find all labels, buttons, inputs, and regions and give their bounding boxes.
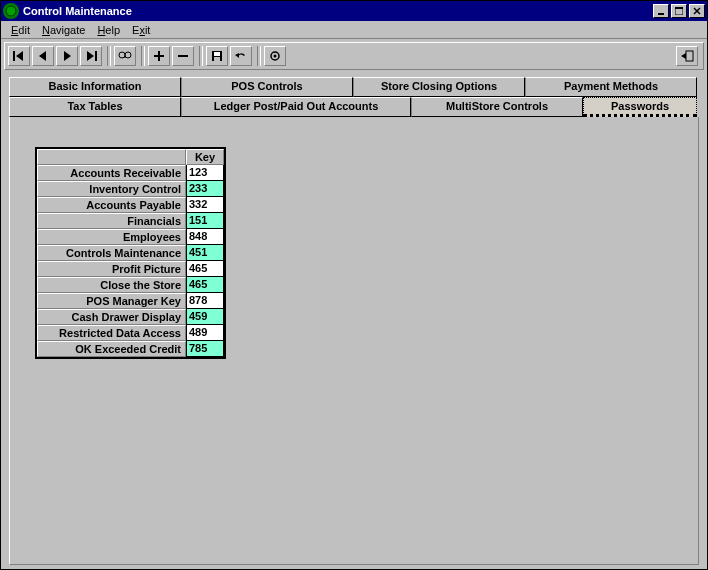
svg-rect-11 xyxy=(95,51,97,61)
nav-last-button[interactable] xyxy=(80,46,102,66)
tab-passwords[interactable]: Passwords xyxy=(583,97,697,117)
tab-ledger-post-accounts[interactable]: Ledger Post/Paid Out Accounts xyxy=(181,97,411,117)
table-row-key[interactable]: 151 xyxy=(186,213,224,229)
svg-marker-7 xyxy=(16,51,23,61)
title-bar: Control Maintenance xyxy=(1,1,707,21)
exit-button[interactable] xyxy=(676,46,698,66)
close-button[interactable] xyxy=(689,4,705,18)
svg-point-0 xyxy=(6,6,16,16)
add-button[interactable] xyxy=(148,46,170,66)
app-icon xyxy=(3,3,19,19)
tab-store-closing-options[interactable]: Store Closing Options xyxy=(353,77,525,97)
table-row: Employees848 xyxy=(37,229,224,245)
svg-marker-8 xyxy=(39,51,46,61)
table-row-key[interactable]: 332 xyxy=(186,197,224,213)
table-row-key[interactable]: 451 xyxy=(186,245,224,261)
toolbar xyxy=(4,42,704,70)
svg-rect-17 xyxy=(178,55,188,57)
table-row-label: POS Manager Key xyxy=(37,293,186,309)
svg-rect-3 xyxy=(675,7,683,9)
menu-bar: Edit Navigate Help Exit xyxy=(1,21,707,39)
maximize-button[interactable] xyxy=(671,4,687,18)
tab-row-2: Tax Tables Ledger Post/Paid Out Accounts… xyxy=(9,97,699,117)
table-row: Close the Store465 xyxy=(37,277,224,293)
table-row-label: Close the Store xyxy=(37,277,186,293)
refresh-button[interactable] xyxy=(264,46,286,66)
window-title: Control Maintenance xyxy=(23,5,651,17)
table-row: Restricted Data Access489 xyxy=(37,325,224,341)
table-row: Accounts Payable332 xyxy=(37,197,224,213)
svg-rect-19 xyxy=(214,52,220,56)
svg-rect-20 xyxy=(214,57,220,61)
tab-row-1: Basic Information POS Controls Store Clo… xyxy=(9,77,699,97)
svg-rect-16 xyxy=(154,55,164,57)
tab-body: Key Accounts Receivable123Inventory Cont… xyxy=(9,117,699,565)
table-row-label: OK Exceeded Credit xyxy=(37,341,186,357)
table-header-row: Key xyxy=(37,149,224,165)
toolbar-container xyxy=(1,39,707,73)
table-row-key[interactable]: 465 xyxy=(186,277,224,293)
search-button[interactable] xyxy=(114,46,136,66)
table-row: Financials151 xyxy=(37,213,224,229)
table-row-key[interactable]: 459 xyxy=(186,309,224,325)
save-button[interactable] xyxy=(206,46,228,66)
window-buttons xyxy=(651,4,705,18)
nav-prev-button[interactable] xyxy=(32,46,54,66)
table-row: Inventory Control233 xyxy=(37,181,224,197)
content-area: Basic Information POS Controls Store Clo… xyxy=(1,73,707,569)
remove-button[interactable] xyxy=(172,46,194,66)
tab-control: Basic Information POS Controls Store Clo… xyxy=(9,77,699,565)
toolbar-separator xyxy=(141,46,145,66)
table-row-label: Financials xyxy=(37,213,186,229)
tab-tax-tables[interactable]: Tax Tables xyxy=(9,97,181,117)
table-row-key[interactable]: 878 xyxy=(186,293,224,309)
table-row: Cash Drawer Display459 xyxy=(37,309,224,325)
table-row-key[interactable]: 123 xyxy=(186,165,224,181)
svg-marker-25 xyxy=(681,53,686,59)
table-row-key[interactable]: 233 xyxy=(186,181,224,197)
table-row-label: Restricted Data Access xyxy=(37,325,186,341)
tab-payment-methods[interactable]: Payment Methods xyxy=(525,77,697,97)
svg-rect-6 xyxy=(13,51,15,61)
tab-multistore-controls[interactable]: MultiStore Controls xyxy=(411,97,583,117)
minimize-button[interactable] xyxy=(653,4,669,18)
svg-point-23 xyxy=(274,55,277,58)
tab-pos-controls[interactable]: POS Controls xyxy=(181,77,353,97)
svg-rect-1 xyxy=(658,13,664,15)
app-window: Control Maintenance Edit Navigate Help E… xyxy=(0,0,708,570)
svg-marker-21 xyxy=(235,53,239,58)
svg-marker-10 xyxy=(87,51,94,61)
table-header-key: Key xyxy=(186,149,224,165)
table-row-key[interactable]: 465 xyxy=(186,261,224,277)
undo-button[interactable] xyxy=(230,46,252,66)
tab-basic-information[interactable]: Basic Information xyxy=(9,77,181,97)
menu-navigate[interactable]: Navigate xyxy=(36,24,91,36)
table-row: POS Manager Key878 xyxy=(37,293,224,309)
table-row-key[interactable]: 489 xyxy=(186,325,224,341)
menu-edit[interactable]: Edit xyxy=(5,24,36,36)
table-row-key[interactable]: 785 xyxy=(186,341,224,357)
nav-next-button[interactable] xyxy=(56,46,78,66)
menu-help[interactable]: Help xyxy=(91,24,126,36)
table-row-label: Employees xyxy=(37,229,186,245)
table-row-label: Accounts Payable xyxy=(37,197,186,213)
table-row: Profit Picture465 xyxy=(37,261,224,277)
table-row: Accounts Receivable123 xyxy=(37,165,224,181)
svg-rect-24 xyxy=(686,51,693,61)
table-row-label: Controls Maintenance xyxy=(37,245,186,261)
table-row: OK Exceeded Credit785 xyxy=(37,341,224,357)
table-row-label: Cash Drawer Display xyxy=(37,309,186,325)
table-row-label: Inventory Control xyxy=(37,181,186,197)
toolbar-separator xyxy=(107,46,111,66)
table-row-key[interactable]: 848 xyxy=(186,229,224,245)
toolbar-separator xyxy=(257,46,261,66)
table-header-blank xyxy=(37,149,186,165)
svg-marker-9 xyxy=(64,51,71,61)
password-key-table: Key Accounts Receivable123Inventory Cont… xyxy=(35,147,226,359)
table-row-label: Profit Picture xyxy=(37,261,186,277)
table-row-label: Accounts Receivable xyxy=(37,165,186,181)
nav-first-button[interactable] xyxy=(8,46,30,66)
menu-exit[interactable]: Exit xyxy=(126,24,156,36)
toolbar-separator xyxy=(199,46,203,66)
table-row: Controls Maintenance451 xyxy=(37,245,224,261)
